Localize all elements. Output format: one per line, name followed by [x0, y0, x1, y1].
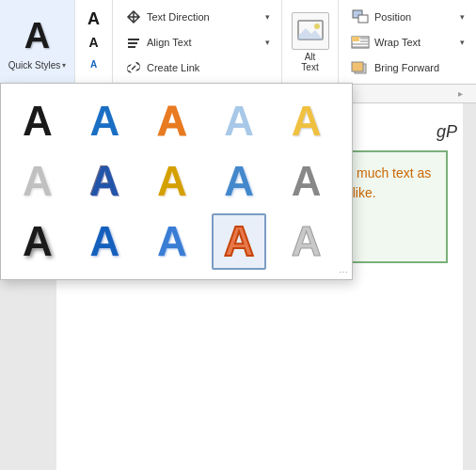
- style-item-11[interactable]: A: [77, 213, 132, 270]
- alt-text-label: Alt Text: [301, 52, 318, 72]
- style-item-9[interactable]: A: [279, 153, 334, 210]
- quick-styles-icon: A: [15, 13, 60, 58]
- create-link-label: Create Link: [147, 62, 199, 73]
- text-direction-button[interactable]: Text Direction ▾: [120, 5, 274, 29]
- style-item-12[interactable]: A: [145, 213, 199, 270]
- text-tools-area: Text Direction ▾ Align Text ▾: [113, 0, 282, 84]
- text-direction-arrow: ▾: [265, 12, 270, 22]
- svg-point-7: [314, 24, 320, 29]
- font-decrease-button[interactable]: A: [77, 55, 110, 75]
- page-text: gP: [436, 122, 457, 142]
- create-link-icon: [124, 58, 143, 77]
- style-item-3[interactable]: A: [212, 93, 266, 149]
- style-item-0[interactable]: A: [10, 93, 65, 149]
- bring-forward-label: Bring Forward: [374, 62, 439, 73]
- style-item-2[interactable]: A: [145, 93, 199, 149]
- wrap-text-icon: [350, 34, 371, 51]
- bring-forward-icon: [350, 59, 371, 76]
- resize-handle: ⋯: [339, 267, 348, 277]
- position-icon: [350, 8, 371, 25]
- bring-forward-button[interactable]: Bring Forward: [346, 55, 468, 80]
- svg-marker-6: [298, 28, 323, 39]
- style-item-7[interactable]: A: [145, 153, 199, 210]
- align-text-label: Align Text: [147, 37, 192, 48]
- style-item-4[interactable]: A: [279, 93, 334, 149]
- text-direction-label: Text Direction: [147, 11, 210, 23]
- quick-styles-dropdown-panel: AAAAAAAAAAAAAAA ⋯: [0, 83, 353, 280]
- font-size-area: A A A: [75, 0, 113, 84]
- align-text-button[interactable]: Align Text ▾: [120, 30, 274, 55]
- text-direction-icon: [124, 8, 143, 26]
- style-item-5[interactable]: A: [10, 153, 65, 210]
- align-text-icon: [124, 33, 143, 52]
- svg-rect-17: [352, 62, 363, 71]
- create-link-button[interactable]: Create Link: [120, 55, 274, 80]
- position-button[interactable]: Position ▾: [346, 5, 468, 29]
- quick-styles-text: Quick Styles: [8, 60, 61, 70]
- styles-grid: AAAAAAAAAAAAAAA: [10, 93, 342, 270]
- svg-rect-3: [128, 42, 137, 44]
- quick-styles-arrow: ▾: [62, 61, 66, 70]
- ribbon: A Quick Styles ▾ A A A Text Dire: [0, 0, 476, 85]
- alt-text-button[interactable]: Alt Text: [282, 0, 339, 84]
- alt-text-icon: [292, 12, 329, 50]
- svg-rect-11: [352, 37, 359, 41]
- position-arrow: ▾: [460, 12, 465, 22]
- svg-rect-2: [128, 39, 139, 40]
- scrollbar[interactable]: [463, 103, 476, 470]
- style-item-8[interactable]: A: [212, 153, 266, 210]
- position-label: Position: [374, 11, 411, 23]
- font-normal-button[interactable]: A: [77, 32, 110, 53]
- svg-rect-9: [358, 15, 368, 23]
- wrap-text-button[interactable]: Wrap Text ▾: [346, 30, 468, 55]
- quick-styles-label: Quick Styles ▾: [8, 60, 67, 70]
- style-item-14[interactable]: A: [279, 213, 334, 270]
- align-text-arrow: ▾: [265, 38, 270, 47]
- svg-rect-4: [128, 46, 135, 48]
- style-item-1[interactable]: A: [77, 93, 132, 149]
- style-item-6[interactable]: A: [77, 153, 132, 210]
- style-item-13[interactable]: A: [212, 213, 266, 270]
- right-tools-area: Position ▾ Wrap Text ▾: [339, 0, 476, 84]
- font-increase-button[interactable]: A: [77, 9, 110, 30]
- quick-styles-button[interactable]: A Quick Styles ▾: [0, 0, 75, 84]
- style-item-10[interactable]: A: [10, 213, 65, 270]
- wrap-text-arrow: ▾: [460, 38, 465, 47]
- wrap-text-label: Wrap Text: [374, 37, 420, 48]
